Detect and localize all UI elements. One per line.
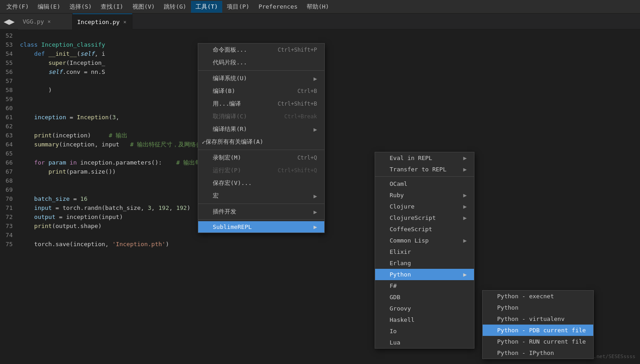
python-default[interactable]: Python [483,302,593,313]
tab-bar: ◀▶ VGG.py ✕ Inception.py ✕ [0,14,640,29]
menu-record-macro[interactable]: 录制宏(M) Ctrl+Q [198,151,324,164]
tab-vgg-close[interactable]: ✕ [47,18,52,25]
separator-3 [198,204,324,204]
submenu-python[interactable]: Python ▶ [375,269,474,280]
sublime-repl-submenu: Eval in REPL ▶ Transfer to REPL ▶ OCaml … [375,152,474,349]
menu-goto[interactable]: 跳转(G) [159,1,191,13]
python-execnet[interactable]: Python - execnet [483,291,593,302]
tab-vgg-label: VGG.py [23,18,44,25]
menu-save-macro[interactable]: 保存宏(V)... [198,177,324,189]
editor-area: 52 53 class Inception_classify 54 def __… [0,29,640,364]
python-ipython[interactable]: Python - IPython [483,347,593,359]
separator-1 [198,70,324,71]
tab-nav-back[interactable]: ◀▶ [0,14,18,29]
separator-4 [198,219,324,220]
menu-cancel-build[interactable]: 取消编译(C) Ctrl+Break [198,110,324,123]
tab-vgg[interactable]: VGG.py ✕ [18,14,73,29]
submenu-clojurescript[interactable]: ClojureScript ▶ [375,212,474,223]
menu-select[interactable]: 选择(S) [65,1,96,13]
submenu-lua[interactable]: Lua [375,337,474,348]
submenu-common-lisp[interactable]: Common Lisp ▶ [375,235,474,246]
menu-build-with[interactable]: 用...编译 Ctrl+Shift+B [198,97,324,110]
menu-view[interactable]: 视图(V) [128,1,159,13]
submenu-elixir[interactable]: Elixir [375,246,474,257]
menu-help[interactable]: 帮助(H) [302,1,333,13]
menu-bar: 文件(F) 编辑(E) 选择(S) 查找(I) 视图(V) 跳转(G) 工具(T… [0,0,640,14]
menu-run-macro[interactable]: 运行宏(P) Ctrl+Shift+Q [198,164,324,177]
menu-sublime-repl[interactable]: SublimeREPL ▶ [198,221,324,233]
menu-plugin-dev[interactable]: 插件开发 ▶ [198,205,324,218]
menu-project[interactable]: 项目(P) [222,1,254,13]
submenu-separator-1 [375,176,474,177]
menu-preferences[interactable]: Preferences [254,1,302,12]
code-line-75: 75 torch.save(inception, 'Inception.pth'… [0,240,640,249]
submenu-ocaml[interactable]: OCaml [375,178,474,189]
menu-file[interactable]: 文件(F) [2,1,33,13]
submenu-erlang[interactable]: Erlang [375,257,474,269]
tab-inception-label: Inception.py [77,19,120,25]
submenu-transfer-repl[interactable]: Transfer to REPL ▶ [375,164,474,175]
menu-snippets[interactable]: 代码片段... [198,56,324,69]
submenu-ruby[interactable]: Ruby ▶ [375,189,474,201]
python-pdb-current-file[interactable]: Python - PDB current file [483,325,593,336]
menu-macros[interactable]: 宏 ▶ [198,189,324,202]
python-run-current-file[interactable]: Python - RUN current file [483,336,593,347]
submenu-haskell[interactable]: Haskell [375,314,474,325]
tab-inception[interactable]: Inception.py ✕ [73,14,132,29]
menu-edit[interactable]: 编辑(E) [33,1,64,13]
menu-save-all-build[interactable]: ✓ 保存所有有关编译(A) [198,136,324,148]
separator-2 [198,150,324,150]
submenu-io[interactable]: Io [375,325,474,337]
python-submenu: Python - execnet Python Python - virtual… [482,290,594,359]
submenu-gdb[interactable]: GDB [375,291,474,303]
menu-tools[interactable]: 工具(T) [191,1,222,13]
menu-command-palette[interactable]: 命令面板... Ctrl+Shift+P [198,44,324,56]
menu-build[interactable]: 编译(B) Ctrl+B [198,85,324,97]
submenu-coffeescript[interactable]: CoffeeScript [375,223,474,235]
tab-inception-close[interactable]: ✕ [122,18,127,26]
submenu-eval-repl[interactable]: Eval in REPL ▶ [375,152,474,164]
submenu-fsharp[interactable]: F# [375,280,474,291]
submenu-groovy[interactable]: Groovy [375,303,474,314]
menu-find[interactable]: 查找(I) [96,1,127,13]
python-virtualenv[interactable]: Python - virtualenv [483,313,593,325]
tools-dropdown-menu: 命令面板... Ctrl+Shift+P 代码片段... 编译系统(U) ▶ 编… [198,43,325,233]
menu-build-results[interactable]: 编译结果(R) ▶ [198,123,324,136]
menu-build-system[interactable]: 编译系统(U) ▶ [198,72,324,85]
code-line-52: 52 [0,31,640,40]
submenu-clojure[interactable]: Clojure ▶ [375,201,474,212]
